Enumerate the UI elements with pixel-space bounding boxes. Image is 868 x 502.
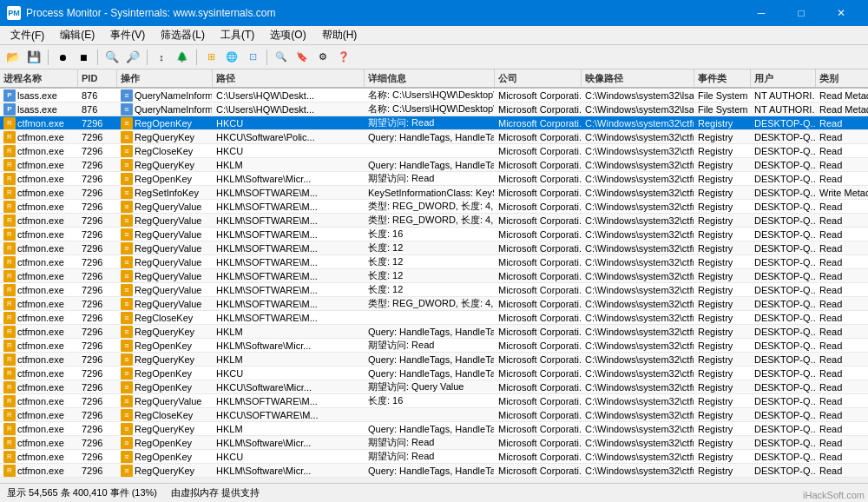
- toolbar-save[interactable]: 💾: [24, 48, 43, 67]
- col-type[interactable]: 类别: [816, 69, 868, 87]
- cell-pid: 7296: [78, 408, 117, 421]
- table-row[interactable]: Rctfmon.exe 7296 ≡ RegQueryValue HKLM\SO…: [0, 297, 868, 311]
- col-image[interactable]: 映像路径: [582, 69, 694, 87]
- cell-pid: 7296: [78, 297, 117, 310]
- col-operation[interactable]: 操作: [117, 69, 213, 87]
- cell-detail: 长度: 12: [365, 269, 495, 282]
- table-row[interactable]: Rctfmon.exe 7296 ≡ RegQueryKey HKLM\Soft…: [0, 464, 868, 478]
- cell-image: C:\Windows\system32\ctfmon.exe: [582, 353, 694, 366]
- col-category[interactable]: 事件类: [694, 69, 751, 87]
- cell-type: Read: [816, 200, 868, 213]
- table-row[interactable]: Rctfmon.exe 7296 ≡ RegQueryValue HKLM\SO…: [0, 228, 868, 241]
- col-path[interactable]: 路径: [213, 69, 365, 87]
- cell-user: NT AUTHORI...: [751, 89, 816, 102]
- menu-filter[interactable]: 筛选器(L): [154, 27, 212, 44]
- cell-operation: ≡ RegOpenKey: [117, 436, 213, 449]
- table-row[interactable]: Rctfmon.exe 7296 ≡ RegOpenKey HKCU\Softw…: [0, 380, 868, 394]
- maximize-button[interactable]: □: [781, 0, 821, 26]
- table-row[interactable]: Rctfmon.exe 7296 ≡ RegOpenKey HKLM\Softw…: [0, 436, 868, 450]
- cell-category: File System: [694, 89, 751, 102]
- menu-tools[interactable]: 工具(T): [214, 27, 261, 44]
- toolbar-net-show[interactable]: 🌐: [222, 48, 241, 67]
- cell-process: Rctfmon.exe: [0, 464, 78, 477]
- table-row[interactable]: Rctfmon.exe 7296 ≡ RegQueryValue HKLM\SO…: [0, 214, 868, 228]
- col-detail[interactable]: 详细信息: [365, 69, 495, 87]
- table-row[interactable]: Rctfmon.exe 7296 ≡ RegQueryValue HKLM\SO…: [0, 241, 868, 255]
- table-row[interactable]: Rctfmon.exe 7296 ≡ RegOpenKey HKCU 期望访问:…: [0, 116, 868, 130]
- toolbar-help[interactable]: ❓: [334, 48, 353, 67]
- cell-type: Read: [816, 241, 868, 254]
- table-row[interactable]: Rctfmon.exe 7296 ≡ RegOpenKey HKCU Query…: [0, 367, 868, 380]
- cell-company: Microsoft Corporati...: [495, 283, 582, 296]
- table-row[interactable]: Rctfmon.exe 7296 ≡ RegOpenKey HKLM\Softw…: [0, 172, 868, 186]
- cell-path: HKLM\SOFTWARE\M...: [213, 269, 365, 282]
- table-row[interactable]: Rctfmon.exe 7296 ≡ RegSetInfoKey HKLM\SO…: [0, 186, 868, 200]
- table-row[interactable]: Rctfmon.exe 7296 ≡ RegCloseKey HKLM\SOFT…: [0, 311, 868, 325]
- cell-image: C:\Windows\system32\ctfmon.exe: [582, 325, 694, 338]
- process-icon: P: [3, 89, 16, 102]
- cell-detail: 长度: 12: [365, 255, 495, 268]
- operation-icon: ≡: [121, 89, 133, 102]
- cell-company: Microsoft Corporati...: [495, 228, 582, 241]
- menu-help[interactable]: 帮助(H): [315, 27, 365, 44]
- toolbar-reg-show[interactable]: ⊞: [201, 48, 220, 67]
- toolbar-tree[interactable]: 🌲: [173, 48, 192, 67]
- toolbar-open[interactable]: 📂: [3, 48, 23, 67]
- menu-event[interactable]: 事件(V): [103, 27, 152, 44]
- table-row[interactable]: Rctfmon.exe 7296 ≡ RegCloseKey HKCU Micr…: [0, 144, 868, 158]
- toolbar-bookmark[interactable]: 🔖: [293, 48, 312, 67]
- menu-options[interactable]: 选项(O): [263, 27, 312, 44]
- toolbar-proc-show[interactable]: ⊡: [243, 48, 262, 67]
- cell-path: C:\Users\HQW\Deskt...: [213, 102, 365, 116]
- table-row[interactable]: Rctfmon.exe 7296 ≡ RegOpenKey HKLM\Softw…: [0, 339, 868, 353]
- col-company[interactable]: 公司: [495, 69, 582, 87]
- table-row[interactable]: Rctfmon.exe 7296 ≡ RegOpenKey HKCU 期望访问:…: [0, 450, 868, 464]
- table-row[interactable]: Rctfmon.exe 7296 ≡ RegQueryValue HKLM\SO…: [0, 283, 868, 297]
- cell-operation: ≡ RegQueryValue: [117, 200, 213, 213]
- col-user[interactable]: 用户: [751, 69, 816, 87]
- menu-file[interactable]: 文件(F): [3, 27, 51, 44]
- col-process[interactable]: 进程名称: [0, 69, 78, 87]
- toolbar-filter[interactable]: 🔍: [102, 48, 122, 67]
- table-row[interactable]: Plsass.exe 876 ≡ QueryNameInformati... C…: [0, 89, 868, 102]
- cell-category: Registry: [694, 130, 751, 143]
- cell-image: C:\Windows\system32\ctfmon.exe: [582, 311, 694, 324]
- cell-operation: ≡ RegQueryKey: [117, 422, 213, 435]
- table-row[interactable]: Rctfmon.exe 7296 ≡ RegQueryKey HKCU\Soft…: [0, 130, 868, 144]
- cell-category: Registry: [694, 297, 751, 310]
- table-body[interactable]: Plsass.exe 876 ≡ QueryNameInformati... C…: [0, 89, 868, 483]
- cell-category: Registry: [694, 353, 751, 366]
- toolbar-clear[interactable]: ⏹: [74, 48, 93, 67]
- toolbar-find[interactable]: 🔍: [272, 48, 291, 67]
- toolbar-highlight[interactable]: 🔎: [123, 48, 142, 67]
- table-row[interactable]: Rctfmon.exe 7296 ≡ RegQueryKey HKLM Quer…: [0, 325, 868, 339]
- menu-edit[interactable]: 编辑(E): [53, 27, 102, 44]
- table-row[interactable]: Rctfmon.exe 7296 ≡ RegQueryKey HKLM Quer…: [0, 353, 868, 367]
- cell-category: Registry: [694, 339, 751, 352]
- minimize-button[interactable]: ─: [741, 0, 781, 26]
- table-row[interactable]: Rctfmon.exe 7296 ≡ RegCloseKey HKCU\SOFT…: [0, 408, 868, 422]
- table-row[interactable]: Rctfmon.exe 7296 ≡ RegQueryValue HKLM\SO…: [0, 269, 868, 283]
- cell-category: Registry: [694, 200, 751, 213]
- cell-operation: ≡ RegOpenKey: [117, 339, 213, 352]
- operation-icon: ≡: [121, 312, 133, 324]
- toolbar-autoscroll[interactable]: ↕: [152, 48, 171, 67]
- table-row[interactable]: Rctfmon.exe 7296 ≡ RegQueryValue HKLM\SO…: [0, 394, 868, 408]
- table-row[interactable]: Plsass.exe 876 ≡ QueryNameInformati... C…: [0, 102, 868, 116]
- col-pid[interactable]: PID: [78, 69, 117, 87]
- cell-user: DESKTOP-Q...: [751, 158, 816, 171]
- table-row[interactable]: Rctfmon.exe 7296 ≡ RegQueryKey HKLM Quer…: [0, 158, 868, 172]
- toolbar-capture[interactable]: ⏺: [53, 48, 72, 67]
- table-row[interactable]: Rctfmon.exe 7296 ≡ RegQueryKey HKLM Quer…: [0, 422, 868, 436]
- cell-image: C:\Windows\system32\ctfmon.exe: [582, 158, 694, 171]
- table-row[interactable]: Rctfmon.exe 7296 ≡ RegQueryValue HKLM\SO…: [0, 200, 868, 214]
- table-row[interactable]: Rctfmon.exe 7296 ≡ RegQueryValue HKLM\SO…: [0, 255, 868, 269]
- cell-detail: 类型: REG_DWORD, 长度: 4, Da...: [365, 214, 495, 227]
- cell-image: C:\Windows\system32\ctfmon.exe: [582, 380, 694, 393]
- toolbar-settings[interactable]: ⚙: [313, 48, 332, 67]
- cell-image: C:\Windows\system32\lsass.exe: [582, 89, 694, 102]
- cell-category: Registry: [694, 228, 751, 241]
- operation-icon: ≡: [121, 340, 133, 352]
- close-button[interactable]: ✕: [821, 0, 861, 26]
- toolbar-sep4: [196, 50, 197, 65]
